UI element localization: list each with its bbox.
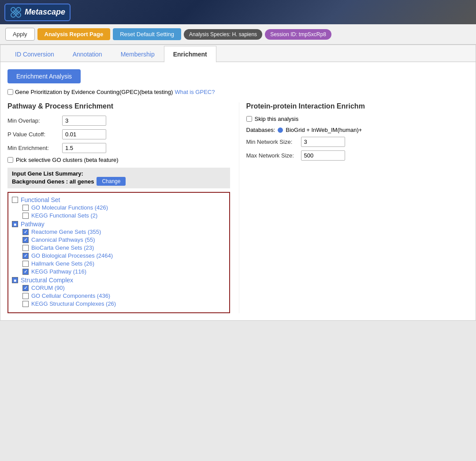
change-button[interactable]: Change (97, 177, 126, 186)
canonical-label: Canonical Pathways (55) (31, 236, 95, 243)
ppi-section-title: Protein-protein Interaction Enrichm (246, 102, 469, 110)
skip-row: Skip this analysis (246, 116, 469, 122)
go-biological-label: GO Biological Processes (2464) (31, 252, 113, 259)
min-network-label: Min Network Size: (246, 139, 299, 145)
p-value-row: P Value Cutoff: (7, 129, 230, 139)
main-panel: ID Conversion Annotation Membership Enri… (0, 45, 476, 321)
kegg-functional-row: KEGG Functional Sets (2) (22, 212, 226, 219)
min-enrichment-input[interactable] (62, 143, 106, 153)
max-network-row: Max Network Size: (246, 150, 469, 161)
min-network-input[interactable] (301, 137, 345, 147)
pathway-checkbox[interactable]: ■ (12, 221, 18, 227)
logo-icon (10, 6, 22, 19)
structural-complex-checkbox[interactable]: ■ (12, 277, 18, 283)
go-biological-checkbox[interactable]: ✓ (22, 253, 29, 259)
input-summary-title: Input Gene List Summary: (12, 170, 226, 177)
kegg-functional-label: KEGG Functional Sets (2) (31, 212, 97, 219)
go-cellular-row: GO Cellular Components (436) (22, 292, 226, 299)
gpec-row: Gene Prioritization by Evidence Counting… (7, 89, 469, 95)
functional-set-children: GO Molecular Functions (426) KEGG Functi… (22, 204, 226, 219)
structural-complex-label: Structural Complex (21, 277, 73, 284)
functional-set-checkbox[interactable] (12, 197, 18, 203)
input-summary-label: Input Gene List Summary: (12, 170, 83, 177)
kegg-structural-label: KEGG Structural Complexes (26) (31, 300, 116, 307)
pick-go-row: Pick selective GO clusters (beta feature… (7, 157, 230, 163)
gpec-link[interactable]: What is GPEC? (175, 89, 215, 95)
pathway-section-title: Pathway & Process Enrichment (7, 102, 230, 110)
biocarta-label: BioCarta Gene Sets (23) (31, 244, 94, 251)
go-biological-row: ✓ GO Biological Processes (2464) (22, 252, 226, 259)
corum-checkbox[interactable]: ✓ (22, 285, 29, 291)
gpec-label: Gene Prioritization by Evidence Counting… (15, 89, 173, 95)
max-network-label: Max Network Size: (246, 152, 299, 159)
corum-row: ✓ CORUM (90) (22, 285, 226, 291)
skip-label: Skip this analysis (255, 116, 299, 122)
reactome-label: Reactome Gene Sets (355) (31, 229, 101, 235)
go-molecular-label: GO Molecular Functions (426) (31, 204, 108, 211)
reactome-row: ✓ Reactome Gene Sets (355) (22, 229, 226, 235)
canonical-checkbox[interactable]: ✓ (22, 237, 29, 243)
hallmark-label: Hallmark Gene Sets (26) (31, 260, 94, 267)
content-area: Enrichment Analysis Gene Prioritization … (0, 62, 476, 320)
kegg-pathway-checkbox[interactable]: ✓ (22, 269, 29, 275)
hallmark-checkbox[interactable] (22, 261, 29, 267)
group-functional-set: Functional Set GO Molecular Functions (4… (12, 196, 226, 219)
kegg-structural-checkbox[interactable] (22, 301, 29, 307)
kegg-pathway-row: ✓ KEGG Pathway (116) (22, 268, 226, 275)
db-value: BioGrid + InWeb_IM(human)+ (286, 127, 362, 133)
group-structural-complex: ■ Structural Complex ✓ CORUM (90) GO Cel… (12, 277, 226, 307)
summary-area: Input Gene List Summary: Background Gene… (7, 168, 230, 188)
enrichment-analysis-button[interactable]: Enrichment Analysis (7, 69, 81, 83)
db-radio[interactable] (278, 127, 283, 133)
pathway-children: ✓ Reactome Gene Sets (355) ✓ Canonical P… (22, 229, 226, 275)
db-label: Databases: (246, 127, 275, 133)
go-molecular-row: GO Molecular Functions (426) (22, 204, 226, 211)
pathway-label: Pathway (21, 221, 45, 228)
background-row: Background Genes : all genes Change (12, 177, 226, 186)
two-col-layout: Pathway & Process Enrichment Min Overlap… (7, 102, 469, 313)
tab-annotation[interactable]: Annotation (63, 46, 112, 62)
go-cellular-checkbox[interactable] (22, 293, 29, 299)
left-column: Pathway & Process Enrichment Min Overlap… (7, 102, 230, 313)
p-value-input[interactable] (62, 129, 106, 139)
go-cellular-label: GO Cellular Components (436) (31, 292, 110, 299)
app-header: Metascape (0, 0, 476, 24)
pathway-parent: ■ Pathway (12, 221, 226, 228)
tab-enrichment[interactable]: Enrichment (164, 46, 216, 62)
species-badge: Analysis Species: H. sapiens (184, 29, 262, 40)
apply-button[interactable]: Apply (5, 28, 35, 41)
tab-membership[interactable]: Membership (112, 46, 164, 62)
analysis-report-button[interactable]: Analysis Report Page (37, 28, 111, 40)
canonical-row: ✓ Canonical Pathways (55) (22, 236, 226, 243)
logo: Metascape (4, 4, 71, 21)
max-network-input[interactable] (301, 150, 345, 161)
gpec-checkbox[interactable] (7, 89, 13, 95)
reactome-checkbox[interactable]: ✓ (22, 229, 29, 235)
session-badge: Session ID: tmpSxcRp8 (265, 29, 331, 40)
p-value-label: P Value Cutoff: (7, 131, 60, 138)
min-network-row: Min Network Size: (246, 137, 469, 147)
kegg-functional-checkbox[interactable] (22, 213, 29, 219)
tab-id-conversion[interactable]: ID Conversion (6, 46, 63, 62)
min-overlap-label: Min Overlap: (7, 117, 60, 124)
reset-button[interactable]: Reset Default Setting (113, 28, 181, 40)
min-overlap-input[interactable] (62, 116, 106, 126)
min-overlap-row: Min Overlap: (7, 116, 230, 126)
functional-set-parent: Functional Set (12, 196, 226, 203)
group-pathway: ■ Pathway ✓ Reactome Gene Sets (355) ✓ C… (12, 221, 226, 275)
functional-set-label: Functional Set (21, 196, 60, 203)
min-enrichment-label: Min Enrichment: (7, 145, 60, 151)
biocarta-row: BioCarta Gene Sets (23) (22, 244, 226, 251)
skip-checkbox[interactable] (246, 116, 252, 122)
db-row: Databases: BioGrid + InWeb_IM(human)+ (246, 127, 469, 133)
corum-label: CORUM (90) (31, 285, 65, 291)
min-enrichment-row: Min Enrichment: (7, 143, 230, 153)
right-column: Protein-protein Interaction Enrichm Skip… (239, 102, 469, 313)
go-molecular-checkbox[interactable] (22, 205, 29, 211)
structural-complex-children: ✓ CORUM (90) GO Cellular Components (436… (22, 285, 226, 307)
tab-bar: ID Conversion Annotation Membership Enri… (0, 45, 476, 62)
pick-go-checkbox[interactable] (7, 157, 13, 163)
biocarta-checkbox[interactable] (22, 245, 29, 251)
hallmark-row: Hallmark Gene Sets (26) (22, 260, 226, 267)
kegg-structural-row: KEGG Structural Complexes (26) (22, 300, 226, 307)
